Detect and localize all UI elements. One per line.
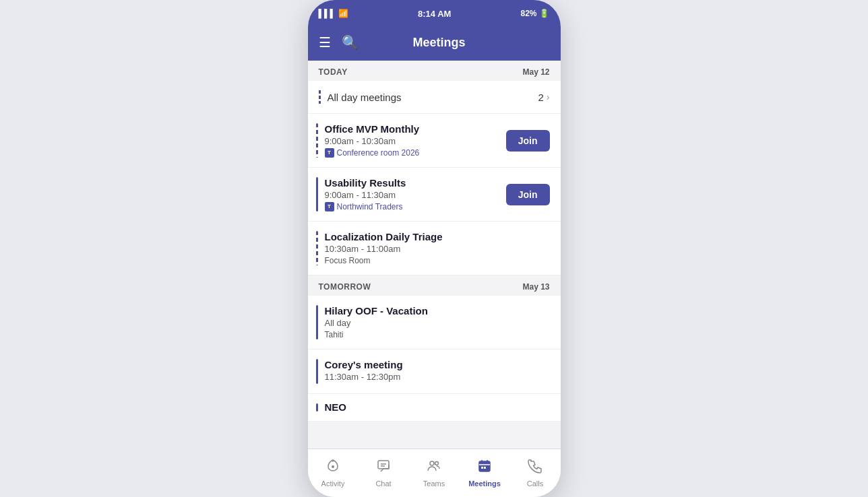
meeting-time: All day xyxy=(325,318,550,328)
meeting-accent xyxy=(316,403,318,411)
calls-icon xyxy=(528,459,542,477)
svg-rect-11 xyxy=(481,467,483,469)
meeting-accent xyxy=(316,359,318,384)
app-header: ☰ 🔍 Meetings xyxy=(308,24,561,61)
teams-icon: T xyxy=(325,148,334,158)
nav-item-teams[interactable]: Teams xyxy=(409,449,460,497)
meeting-info: Localization Daily Triage 10:30am - 11:0… xyxy=(325,231,550,265)
today-section-header: TODAY May 12 xyxy=(308,61,561,81)
wifi-icon: 📶 xyxy=(338,9,348,18)
battery-percent: 82% xyxy=(520,9,536,18)
content-area: TODAY May 12 All day meetings 2 › Office… xyxy=(308,61,561,449)
meeting-time: 9:00am - 10:30am xyxy=(325,136,499,146)
teams-nav-icon xyxy=(427,459,441,477)
svg-rect-2 xyxy=(378,461,389,469)
meeting-title: Corey's meeting xyxy=(325,359,550,370)
calls-label: Calls xyxy=(527,479,543,488)
phone-frame: ▌▌▌ 📶 8:14 AM 82% 🔋 ☰ 🔍 Meetings TODAY M… xyxy=(308,0,561,497)
chevron-right-icon: › xyxy=(547,92,550,102)
svg-rect-12 xyxy=(484,467,486,469)
tomorrow-section-header: TOMORROW May 13 xyxy=(308,275,561,296)
meeting-location: Tahiti xyxy=(325,330,550,339)
join-button-usability[interactable]: Join xyxy=(506,184,550,205)
meeting-info: Usability Results 9:00am - 11:30am T Nor… xyxy=(325,177,499,211)
all-day-accent xyxy=(319,90,321,104)
meeting-time: 11:30am - 12:30pm xyxy=(325,372,550,382)
status-time: 8:14 AM xyxy=(418,9,451,19)
nav-item-activity[interactable]: Activity xyxy=(308,449,359,497)
all-day-label: All day meetings xyxy=(328,92,532,103)
search-icon[interactable]: 🔍 xyxy=(342,34,359,51)
status-right: 82% 🔋 xyxy=(520,9,549,18)
meeting-title: Usability Results xyxy=(325,177,499,189)
all-day-count: 2 › xyxy=(538,92,549,103)
meeting-accent xyxy=(316,123,318,158)
meeting-accent xyxy=(316,231,318,265)
chat-label: Chat xyxy=(375,479,391,488)
teams-label: Teams xyxy=(423,479,445,488)
today-date: May 12 xyxy=(522,67,549,77)
meeting-title: Office MVP Monthly xyxy=(325,123,499,135)
nav-item-meetings[interactable]: Meetings xyxy=(460,449,510,497)
meeting-usability[interactable]: Usability Results 9:00am - 11:30am T Nor… xyxy=(308,168,561,222)
meetings-label: Meetings xyxy=(468,479,501,488)
join-button-office-mvp[interactable]: Join xyxy=(506,130,550,152)
menu-icon[interactable]: ☰ xyxy=(319,34,331,51)
meeting-localization[interactable]: Localization Daily Triage 10:30am - 11:0… xyxy=(308,222,561,275)
activity-icon xyxy=(326,459,340,477)
meeting-title: NEO xyxy=(325,401,550,413)
nav-item-chat[interactable]: Chat xyxy=(359,449,409,497)
status-bar: ▌▌▌ 📶 8:14 AM 82% 🔋 xyxy=(308,0,561,24)
meeting-time: 10:30am - 11:00am xyxy=(325,244,550,254)
svg-point-0 xyxy=(332,465,334,468)
today-label: TODAY xyxy=(319,67,348,77)
tomorrow-date: May 13 xyxy=(522,282,549,292)
meeting-info: Corey's meeting 11:30am - 12:30pm xyxy=(325,359,550,384)
nav-item-calls[interactable]: Calls xyxy=(510,449,561,497)
meeting-info: NEO xyxy=(325,401,550,414)
chat-icon xyxy=(376,459,391,477)
teams-icon: T xyxy=(325,202,334,211)
meeting-time: 9:00am - 11:30am xyxy=(325,190,499,200)
meeting-accent xyxy=(316,305,318,339)
meeting-coreys[interactable]: Corey's meeting 11:30am - 12:30pm xyxy=(308,350,561,394)
tomorrow-label: TOMORROW xyxy=(319,282,371,292)
meeting-location: Focus Room xyxy=(325,256,550,265)
bottom-nav: Activity Chat Te xyxy=(308,449,561,497)
meeting-title: Localization Daily Triage xyxy=(325,231,550,242)
all-day-meetings-row[interactable]: All day meetings 2 › xyxy=(308,81,561,114)
meeting-location[interactable]: T Conference room 2026 xyxy=(325,148,499,158)
activity-label: Activity xyxy=(321,479,345,488)
meeting-location[interactable]: T Northwind Traders xyxy=(325,202,499,211)
status-left: ▌▌▌ 📶 xyxy=(319,9,349,18)
meeting-title: Hilary OOF - Vacation xyxy=(325,305,550,317)
page-title: Meetings xyxy=(369,36,509,50)
meeting-accent xyxy=(316,177,318,211)
meeting-info: Hilary OOF - Vacation All day Tahiti xyxy=(325,305,550,339)
svg-rect-7 xyxy=(479,461,490,471)
signal-icon: ▌▌▌ xyxy=(319,9,336,18)
svg-point-5 xyxy=(430,461,434,465)
svg-point-6 xyxy=(435,462,439,465)
battery-icon: 🔋 xyxy=(539,9,549,18)
meeting-info: Office MVP Monthly 9:00am - 10:30am T Co… xyxy=(325,123,499,158)
meeting-neo[interactable]: NEO xyxy=(308,394,561,421)
meetings-nav-icon xyxy=(477,459,492,477)
meeting-hilary-oof[interactable]: Hilary OOF - Vacation All day Tahiti xyxy=(308,296,561,350)
meeting-office-mvp[interactable]: Office MVP Monthly 9:00am - 10:30am T Co… xyxy=(308,114,561,168)
